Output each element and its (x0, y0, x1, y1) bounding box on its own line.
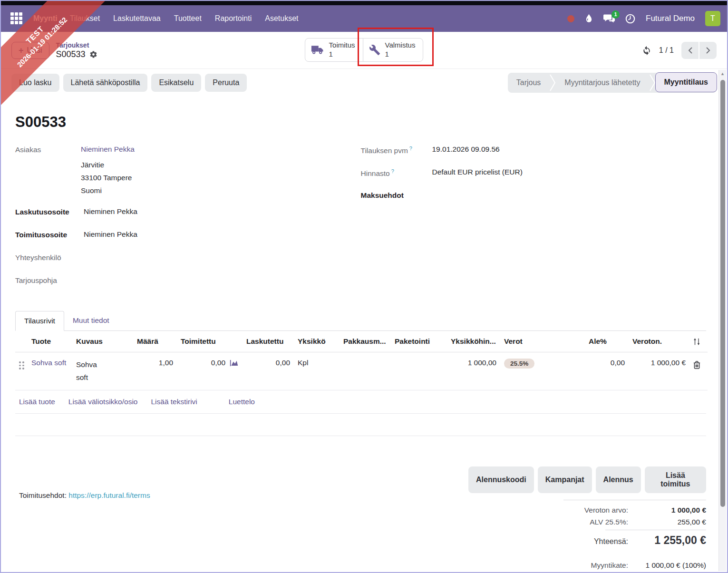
discount-code-button[interactable]: Alennuskoodi (468, 466, 534, 493)
wrench-icon (369, 44, 380, 56)
add-section-link[interactable]: Lisää väliotsikko/osio (68, 398, 138, 406)
line-unit-price[interactable]: 1 000,00 (447, 352, 500, 390)
drag-handle[interactable] (19, 359, 24, 369)
chat-unread-badge: 1 (612, 10, 620, 19)
status-step-myyntitilaus[interactable]: Myyntitilaus (655, 72, 717, 92)
promotions-button[interactable]: Kampanjat (538, 466, 592, 493)
tab-order-lines[interactable]: Tilausrivit (15, 311, 64, 331)
line-unit[interactable]: Kpl (294, 352, 340, 390)
status-bar: Tarjous Myyntitarjous lähetetty Myyntiti… (508, 73, 717, 93)
app-name[interactable]: Myynti (28, 14, 63, 23)
delivery-address-label: Toimitusosoite (15, 230, 81, 239)
customer-label: Asiakas (15, 145, 81, 197)
delivery-smart-button[interactable]: Toimitus 1 (305, 38, 363, 62)
smart-buttons: Toimitus 1 Valmistus 1 (305, 38, 424, 62)
menu-raportointi[interactable]: Raportointi (208, 5, 258, 32)
totals-divider (605, 530, 706, 530)
add-note-link[interactable]: Lisää tekstirivi (151, 398, 197, 406)
scrollbar[interactable]: ▲ (718, 70, 726, 571)
apps-menu-icon[interactable] (10, 12, 23, 25)
trash-icon[interactable] (689, 352, 708, 390)
breadcrumb: Tarjoukset S00533 (56, 41, 97, 59)
line-packaging-qty[interactable] (340, 352, 391, 390)
company-name[interactable]: Futural Demo (646, 14, 695, 23)
product-link[interactable]: Sohva soft (31, 359, 66, 367)
avatar[interactable]: T (705, 11, 720, 26)
gear-icon[interactable] (89, 50, 97, 58)
customer-link[interactable]: Nieminen Pekka (81, 145, 135, 154)
line-description[interactable]: Sohva soft (76, 359, 104, 384)
col-description: Kuvaus (72, 331, 133, 352)
action-row: Luo lasku Lähetä sähköpostilla Esikatsel… (1, 69, 727, 98)
quotation-template-label: Tarjouspohja (15, 276, 81, 285)
smart-button-label: Toimitus (329, 41, 355, 50)
col-unit: Yksikkö (294, 331, 340, 352)
scrollbar-up-arrow[interactable]: ▲ (719, 71, 726, 76)
margin-label: Myyntikate: (591, 561, 628, 570)
status-step-tarjous[interactable]: Tarjous (508, 73, 550, 93)
navbar: Myynti Tilaukset Laskutettavaa Tuotteet … (1, 5, 727, 32)
col-packaging: Paketointi (391, 331, 447, 352)
pager-text[interactable]: 1 / 1 (659, 46, 674, 55)
add-shipping-button[interactable]: Lisää toimitus (645, 466, 706, 493)
terms-line: Toimitusehdot: https://erp.futural.fi/te… (19, 491, 150, 573)
line-invoiced[interactable]: 0,00 (243, 352, 294, 390)
menu-tilaukset[interactable]: Tilaukset (63, 5, 107, 32)
plus-icon: + (19, 47, 24, 54)
manufacturing-smart-button[interactable]: Valmistus 1 (363, 38, 424, 62)
droplet-icon[interactable] (585, 14, 593, 23)
menu-tuotteet[interactable]: Tuotteet (167, 5, 208, 32)
chevron-separator-icon (649, 73, 656, 93)
total-value: 1 255,00 € (635, 534, 706, 547)
status-step-lahetetty[interactable]: Myyntitarjous lähetetty (556, 73, 649, 93)
pager-next-button[interactable] (699, 42, 717, 59)
customer-address: Järvitie 33100 Tampere Suomi (81, 158, 135, 197)
menu-laskutettavaa[interactable]: Laskutettavaa (107, 5, 167, 32)
clock-icon[interactable] (625, 14, 635, 24)
add-line-row: Lisää tuote Lisää väliotsikko/osio Lisää… (15, 390, 706, 414)
empty-line-row (15, 414, 706, 436)
smart-button-count: 1 (385, 50, 416, 59)
col-discount: Ale% (585, 331, 629, 352)
create-invoice-button[interactable]: Luo lasku (11, 74, 59, 92)
line-quantity[interactable]: 1,00 (133, 352, 177, 390)
breadcrumb-current: S00533 (56, 49, 86, 59)
discount-button[interactable]: Alennus (596, 466, 641, 493)
order-date-value[interactable]: 19.01.2026 09.09.56 (432, 145, 500, 155)
delivery-address-value[interactable]: Nieminen Pekka (81, 230, 137, 239)
refresh-icon[interactable] (642, 46, 651, 55)
breadcrumb-parent[interactable]: Tarjoukset (56, 41, 97, 49)
tab-other-info[interactable]: Muut tiedot (64, 311, 118, 330)
line-delivered[interactable]: 0,00 (211, 359, 225, 367)
catalog-link[interactable]: Luettelo (229, 398, 255, 406)
preview-button[interactable]: Esikatselu (151, 74, 201, 92)
invoice-address-value[interactable]: Nieminen Pekka (81, 207, 137, 216)
column-options-icon[interactable] (689, 331, 708, 352)
new-button[interactable]: + Uusi (11, 42, 49, 59)
add-product-link[interactable]: Lisää tuote (19, 398, 55, 406)
totals-block: Veroton arvo: 1 000,00 € ALV 25.5%: 255,… (563, 500, 706, 570)
send-email-button[interactable]: Lähetä sähköpostilla (63, 74, 148, 92)
chat-icon[interactable]: 1 (603, 14, 615, 23)
margin-value: 1 000,00 € (100%) (635, 561, 706, 570)
col-invoiced: Laskutettu (243, 331, 294, 352)
line-packaging[interactable] (391, 352, 447, 390)
forecast-chart-icon[interactable] (230, 359, 239, 367)
cancel-button[interactable]: Peruuta (205, 74, 247, 92)
invoice-address-label: Laskutusosoite (15, 207, 81, 216)
pager-previous-button[interactable] (681, 42, 699, 59)
pricelist-value[interactable]: Default EUR pricelist (EUR) (432, 168, 523, 178)
menu-asetukset[interactable]: Asetukset (258, 5, 305, 32)
terms-link[interactable]: https://erp.futural.fi/terms (68, 491, 150, 499)
tax-badge[interactable]: 25.5% (504, 359, 534, 369)
order-lines-table: Tuote Kuvaus Määrä Toimitettu Laskutettu… (15, 331, 708, 390)
scrollbar-thumb[interactable] (720, 80, 725, 507)
pricelist-label: Hinnasto? (361, 168, 432, 178)
col-packaging-qty: Pakkausm... (340, 331, 391, 352)
untaxed-label: Veroton arvo: (584, 506, 628, 515)
order-line-row: Sohva soft Sohva soft 1,00 0,00 0,00 Kpl (15, 352, 708, 390)
notebook-tabs: Tilausrivit Muut tiedot (15, 311, 706, 331)
contact-label: Yhteyshenkilö (15, 253, 81, 262)
line-discount[interactable]: 0,00 (585, 352, 629, 390)
smart-button-count: 1 (329, 50, 355, 59)
